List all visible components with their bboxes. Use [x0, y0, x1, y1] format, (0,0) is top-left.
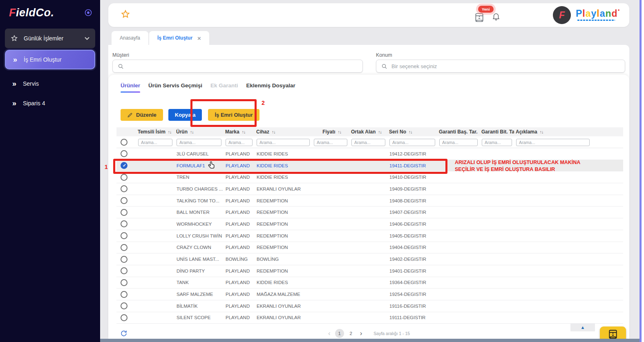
table-row[interactable]: SILENT SCOPE PLAYLAND EKRANLI OYUNLAR 19… [116, 312, 623, 324]
row-radio[interactable] [121, 150, 127, 157]
action-button-row: Düzenle Kopyala İş Emri Oluştur [121, 109, 259, 121]
copy-button[interactable]: Kopyala [168, 109, 202, 121]
table-row[interactable]: WORMHOCKEY PLAYLAND REDEMPTION 19406-DEG… [116, 218, 623, 230]
column-filter-input[interactable] [516, 139, 590, 146]
row-radio[interactable] [121, 220, 127, 227]
column-header[interactable]: Garanti Bit. Ta ↑↓ [480, 129, 514, 135]
row-radio[interactable] [121, 279, 127, 286]
row-radio[interactable] [121, 209, 127, 216]
table-row[interactable]: TURBO CHARGES ... PLAYLAND EKRANLI OYUNL… [116, 183, 623, 195]
scroll-to-top-button[interactable]: ▲ [570, 323, 595, 331]
prev-page-icon[interactable]: ‹ [325, 329, 334, 338]
sort-icon[interactable]: ↑↓ [378, 129, 382, 134]
sort-icon[interactable]: ↑↓ [338, 129, 342, 134]
musteri-input[interactable] [128, 63, 358, 69]
sort-icon[interactable]: ↑↓ [168, 129, 172, 134]
column-header[interactable]: Ürün ↑↓ [174, 129, 224, 135]
table-row[interactable]: CRAZY CLOWN PLAYLAND REDEMPTION 19404-DE… [116, 242, 623, 254]
table-row[interactable]: DİNO PARTY PLAYLAND REDEMPTION 19401-DEG… [116, 265, 623, 277]
favorite-star-icon[interactable] [121, 9, 130, 19]
horizontal-scrollbar[interactable] [100, 339, 644, 342]
table-row[interactable]: TANK PLAYLAND KIDDIE RIDES 19364-DEGISTI… [116, 277, 623, 289]
row-radio[interactable] [121, 197, 127, 204]
table-row[interactable]: BALL MONTER PLAYLAND REDEMPTION 19407-DE… [116, 207, 623, 218]
column-header[interactable]: Ortak Alan ↑↓ [349, 129, 387, 135]
sort-icon[interactable]: ↑↓ [540, 129, 543, 134]
section-tab[interactable]: Ürünler [121, 82, 140, 93]
cell-cihaz: REDEMPTION [255, 210, 312, 215]
column-filter-input[interactable] [257, 139, 310, 146]
next-page-icon[interactable]: › [357, 329, 366, 338]
column-header[interactable]: Temsili İsim ↑↓ [136, 129, 174, 135]
column-filter-input[interactable] [138, 139, 172, 146]
column-filter-input[interactable] [439, 139, 478, 146]
column-filter-input[interactable] [314, 139, 347, 146]
column-filter-input[interactable] [226, 139, 253, 146]
window-tab[interactable]: Anasayfa × [112, 31, 148, 45]
musteri-label: Müşteri [112, 52, 129, 58]
sort-icon[interactable]: ↑↓ [242, 129, 246, 134]
close-icon[interactable]: × [197, 35, 201, 41]
column-filter-input[interactable] [351, 139, 385, 146]
row-radio[interactable] [121, 302, 127, 309]
sort-icon[interactable]: ↑↓ [409, 129, 412, 134]
page-number[interactable]: 1 [335, 329, 344, 338]
table-row[interactable]: UNİS LANE MAST... BOWLİNG BOWLİNG 19402-… [116, 253, 623, 265]
table-row[interactable]: FORMULAF1 PLAYLAND KIDDIE RIDES 19411-DE… [116, 160, 623, 172]
column-header[interactable]: Seri No ↑↓ [387, 129, 437, 135]
column-header[interactable]: Açıklama ↑↓ [514, 129, 623, 135]
row-radio[interactable] [121, 185, 127, 192]
section-tab[interactable]: Eklenmiş Dosyalar [246, 82, 295, 93]
sidebar-collapse-icon[interactable] [84, 9, 92, 17]
row-radio[interactable] [121, 162, 127, 169]
konum-input[interactable] [391, 63, 620, 69]
table-row[interactable]: TREN PLAYLAND KIDDIE RIDES 19410-DEGISTI… [116, 171, 623, 183]
double-chevron-icon: » [13, 56, 24, 64]
notifications-bell-icon[interactable] [492, 11, 501, 21]
row-radio[interactable] [121, 256, 127, 263]
row-radio[interactable] [121, 291, 127, 298]
cell-marka: PLAYLAND [224, 198, 255, 203]
cell-urun: TANK [174, 280, 224, 285]
section-tab[interactable]: Ek Garanti [210, 82, 238, 93]
row-radio[interactable] [121, 174, 127, 181]
sort-icon[interactable]: ↑↓ [272, 129, 275, 134]
row-radio[interactable] [121, 267, 127, 274]
sidebar-item-siparis[interactable]: » Siparis 4 [5, 95, 95, 111]
column-filter-input[interactable] [482, 139, 512, 146]
row-radio[interactable] [121, 314, 127, 321]
header-radio[interactable] [121, 139, 127, 146]
sidebar-item-servis[interactable]: » Servis [5, 76, 95, 92]
page-number[interactable]: 2 [347, 329, 356, 338]
column-header[interactable]: Cihaz ↑↓ [255, 129, 312, 135]
table-row[interactable]: LOLLY CRUSH TWİN PLAYLAND REDEMPTION 194… [116, 230, 623, 242]
table-row[interactable]: TALKİNG TOM TO... PLAYLAND REDEMPTION 19… [116, 195, 623, 207]
row-radio[interactable] [121, 244, 127, 251]
create-work-order-button[interactable]: İş Emri Oluştur [208, 109, 259, 121]
row-radio[interactable] [121, 232, 127, 239]
window-tab[interactable]: İş Emri Oluştur × [149, 31, 209, 45]
column-filter-input[interactable] [389, 139, 435, 146]
sidebar-group-gunluk-islemler[interactable]: Günlük İşlemler [5, 29, 95, 48]
row-radio-cell [116, 232, 136, 239]
column-filter-input[interactable] [177, 139, 221, 146]
musteri-field[interactable] [112, 60, 363, 73]
claw-machine-icon[interactable] [474, 12, 485, 23]
cell-seri-no: 19406-DEGISTIR [387, 222, 437, 227]
konum-field[interactable] [376, 60, 625, 73]
refresh-icon[interactable] [120, 330, 127, 337]
row-radio-cell [116, 302, 136, 309]
table-row[interactable]: SARF MALZEME PLAYLAND MAĞAZA MALZEME 192… [116, 289, 623, 300]
section-tab-bar: Ürünler Ürün Servis Geçmişi Ek Garanti E… [121, 82, 304, 93]
table-row[interactable]: 3LÜ CARUSEL PLAYLAND KIDDIE RIDES 19412-… [116, 148, 623, 160]
section-tab[interactable]: Ürün Servis Geçmişi [148, 82, 202, 93]
column-header[interactable]: Marka ↑↓ [224, 129, 255, 135]
table-row[interactable]: BİLMATİK PLAYLAND EKRANLI OYUNLAR 19116-… [116, 300, 623, 312]
sidebar-item-is-emri-olustur[interactable]: » İş Emri Oluştur [5, 50, 95, 69]
cell-marka: PLAYLAND [224, 163, 255, 168]
avatar[interactable]: F [553, 6, 571, 24]
column-header[interactable]: Garanti Baş. Tar. ↑↓ [437, 129, 480, 135]
column-header[interactable]: Fiyatı ↑↓ [312, 129, 349, 135]
sort-icon[interactable]: ↑↓ [190, 129, 194, 134]
edit-button[interactable]: Düzenle [121, 109, 163, 121]
